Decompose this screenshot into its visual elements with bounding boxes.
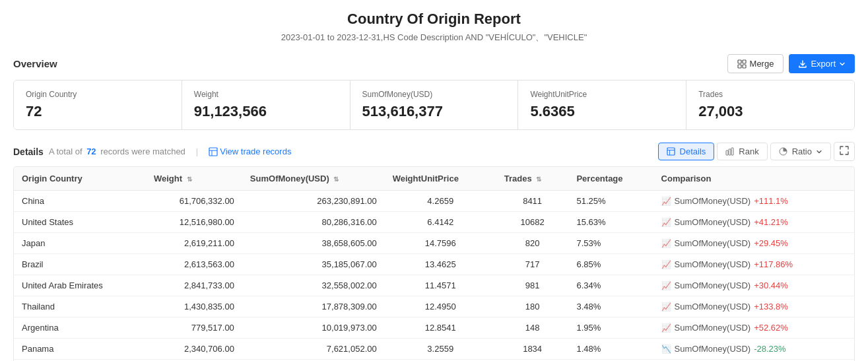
cell-percentage: 1.48% (568, 339, 653, 360)
cell-percentage: 6.34% (568, 275, 653, 296)
col-header-trades[interactable]: Trades ⇅ (496, 167, 569, 191)
comparison-cell: 📈 SumOfMoney(USD) +117.86% (661, 259, 846, 269)
cell-origin_country: Brazil (14, 254, 146, 275)
comparison-label: SumOfMoney(USD) (675, 196, 751, 206)
cell-sum_of_money: 32,558,002.00 (242, 275, 385, 296)
fullscreen-button[interactable] (834, 142, 855, 161)
cell-trades: 717 (496, 254, 569, 275)
details-count: A total of 72 records were matched (49, 147, 185, 156)
comparison-value: +52.62% (754, 323, 788, 333)
overview-label: Overview (13, 58, 57, 69)
cell-origin_country: United States (14, 212, 146, 233)
comparison-trend-icon: 📈 (661, 197, 671, 206)
record-count: 72 (86, 147, 96, 156)
export-icon (798, 59, 807, 69)
cell-trades: 8411 (496, 191, 569, 212)
comparison-value: +30.44% (754, 280, 788, 290)
comparison-trend-icon: 📈 (661, 281, 671, 290)
stat-value: 72 (26, 103, 170, 120)
col-header-sum_of_money[interactable]: SumOfMoney(USD) ⇅ (242, 167, 385, 191)
comparison-cell: 📉 SumOfMoney(USD) -28.23% (661, 344, 846, 354)
svg-rect-3 (743, 65, 746, 68)
page-subtitle: 2023-01-01 to 2023-12-31,HS Code Descrip… (13, 32, 855, 44)
cell-percentage: 3.48% (568, 296, 653, 317)
sort-icon: ⇅ (536, 176, 541, 183)
table-body: China61,706,332.00263,230,891.004.265984… (14, 191, 854, 362)
svg-rect-10 (726, 150, 728, 155)
cell-weight: 2,619,211.00 (146, 233, 242, 254)
col-header-comparison: Comparison (653, 167, 854, 191)
chevron-down-icon (816, 148, 822, 155)
comparison-label: SumOfMoney(USD) (675, 217, 751, 227)
comparison-label: SumOfMoney(USD) (675, 238, 751, 248)
stat-value: 91,123,566 (194, 103, 338, 120)
cell-weight: 779,517.00 (146, 317, 242, 339)
cell-comparison: 📈 SumOfMoney(USD) +133.8% (653, 296, 854, 317)
cell-comparison: 📈 SumOfMoney(USD) +30.44% (653, 275, 854, 296)
comparison-value: +117.86% (754, 259, 793, 269)
stat-label: Origin Country (26, 90, 170, 99)
table-row: United Arab Emirates2,841,733.0032,558,0… (14, 275, 854, 296)
svg-rect-0 (738, 60, 741, 63)
table-row: United States12,516,980.0080,286,316.006… (14, 212, 854, 233)
cell-percentage: 15.63% (568, 212, 653, 233)
cell-weight: 12,516,980.00 (146, 212, 242, 233)
cell-weight_unit_price: 13.4625 (385, 254, 496, 275)
comparison-cell: 📈 SumOfMoney(USD) +29.45% (661, 238, 846, 248)
svg-rect-7 (667, 148, 675, 155)
table-header-row: Origin CountryWeight ⇅SumOfMoney(USD) ⇅W… (14, 167, 854, 191)
comparison-trend-icon: 📈 (661, 302, 671, 312)
merge-label: Merge (750, 59, 774, 69)
cell-comparison: 📈 SumOfMoney(USD) +52.62% (653, 317, 854, 339)
svg-rect-11 (729, 149, 731, 155)
comparison-cell: 📈 SumOfMoney(USD) +111.1% (661, 196, 846, 206)
view-btn-rank[interactable]: Rank (717, 143, 767, 160)
svg-rect-12 (731, 148, 733, 155)
view-trade-label: View trade records (220, 147, 291, 156)
table-row: Japan2,619,211.0038,658,605.0014.7596820… (14, 233, 854, 254)
comparison-trend-icon: 📈 (661, 218, 671, 227)
cell-origin_country: Panama (14, 339, 146, 360)
merge-icon (737, 59, 747, 69)
comparison-cell: 📈 SumOfMoney(USD) +41.21% (661, 217, 846, 227)
table-icon (209, 147, 218, 156)
view-btn-label: Ratio (792, 147, 812, 156)
comparison-trend-icon: 📈 (661, 260, 671, 269)
details-label: Details (13, 147, 44, 157)
stat-card: Origin Country 72 (14, 81, 182, 129)
stat-card: SumOfMoney(USD) 513,616,377 (351, 81, 519, 129)
details-left: Details A total of 72 records were match… (13, 147, 291, 157)
cell-trades: 148 (496, 317, 569, 339)
chevron-down-icon (839, 61, 846, 67)
col-header-origin_country: Origin Country (14, 167, 146, 191)
data-table-container: Origin CountryWeight ⇅SumOfMoney(USD) ⇅W… (13, 166, 855, 361)
sort-icon: ⇅ (333, 176, 339, 183)
table-row: Thailand1,430,835.0017,878,309.0012.4950… (14, 296, 854, 317)
col-header-weight[interactable]: Weight ⇅ (146, 167, 242, 191)
separator: | (196, 147, 198, 156)
export-button[interactable]: Export (789, 54, 855, 73)
cell-comparison: 📉 SumOfMoney(USD) -28.23% (653, 339, 854, 360)
comparison-cell: 📈 SumOfMoney(USD) +133.8% (661, 302, 846, 312)
table-row: Argentina779,517.0010,019,973.0012.85411… (14, 317, 854, 339)
stat-value: 27,003 (698, 103, 842, 120)
cell-sum_of_money: 263,230,891.00 (242, 191, 385, 212)
cell-weight: 61,706,332.00 (146, 191, 242, 212)
cell-weight_unit_price: 11.4571 (385, 275, 496, 296)
comparison-value: +29.45% (754, 238, 788, 248)
details-icon (667, 147, 675, 156)
table-row: Brazil2,613,563.0035,185,067.0013.462571… (14, 254, 854, 275)
cell-comparison: 📈 SumOfMoney(USD) +29.45% (653, 233, 854, 254)
merge-button[interactable]: Merge (727, 54, 784, 73)
fullscreen-icon (840, 146, 849, 155)
cell-trades: 180 (496, 296, 569, 317)
cell-sum_of_money: 38,658,605.00 (242, 233, 385, 254)
header-buttons: Merge Export (727, 54, 855, 73)
view-btn-details[interactable]: Details (658, 143, 715, 160)
cell-weight: 2,841,733.00 (146, 275, 242, 296)
stat-card: Trades 27,003 (686, 81, 854, 129)
view-trade-link[interactable]: View trade records (209, 147, 291, 156)
ratio-icon (779, 147, 787, 156)
view-btn-ratio[interactable]: Ratio (770, 143, 831, 160)
cell-origin_country: Thailand (14, 296, 146, 317)
